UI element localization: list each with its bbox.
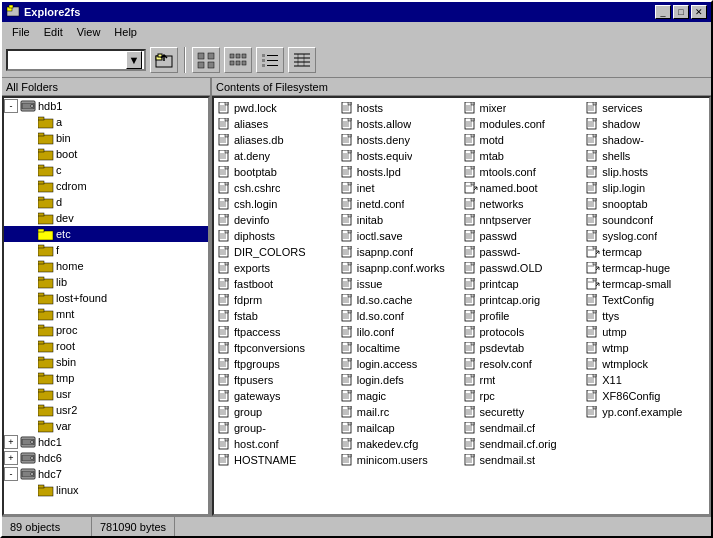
file-item[interactable]: slip.hosts — [584, 164, 707, 180]
file-item[interactable]: DIR_COLORS — [216, 244, 339, 260]
file-item[interactable]: host.conf — [216, 436, 339, 452]
file-item[interactable]: resolv.conf — [462, 356, 585, 372]
tree-item-proc[interactable]: proc — [4, 322, 208, 338]
file-item[interactable]: hosts.deny — [339, 132, 462, 148]
file-item[interactable]: ttys — [584, 308, 707, 324]
file-item[interactable]: named.boot — [462, 180, 585, 196]
file-item[interactable]: HOSTNAME — [216, 452, 339, 468]
tree-item-etc[interactable]: etc — [4, 226, 208, 242]
tree-item-hdc6[interactable]: + hdc6 — [4, 450, 208, 466]
file-item[interactable]: protocols — [462, 324, 585, 340]
tree-item-hdc1[interactable]: + hdc1 — [4, 434, 208, 450]
file-item[interactable]: rpc — [462, 388, 585, 404]
file-item[interactable]: securetty — [462, 404, 585, 420]
file-item[interactable]: shells — [584, 148, 707, 164]
combo-dropdown-button[interactable]: ▼ — [126, 51, 142, 69]
file-item[interactable]: csh.cshrc — [216, 180, 339, 196]
file-item[interactable]: modules.conf — [462, 116, 585, 132]
file-item[interactable]: passwd — [462, 228, 585, 244]
tree-item-lib[interactable]: lib — [4, 274, 208, 290]
file-item[interactable]: ftpgroups — [216, 356, 339, 372]
file-item[interactable]: gateways — [216, 388, 339, 404]
folder-up-button[interactable] — [150, 47, 178, 73]
file-item[interactable]: passwd.OLD — [462, 260, 585, 276]
large-icons-button[interactable] — [192, 47, 220, 73]
file-item[interactable]: printcap.orig — [462, 292, 585, 308]
file-item[interactable]: bootptab — [216, 164, 339, 180]
file-item[interactable]: login.access — [339, 356, 462, 372]
tree-item-lost+found[interactable]: lost+found — [4, 290, 208, 306]
file-item[interactable]: TextConfig — [584, 292, 707, 308]
file-item[interactable]: isapnp.conf — [339, 244, 462, 260]
file-item[interactable]: sendmail.st — [462, 452, 585, 468]
file-item[interactable]: motd — [462, 132, 585, 148]
file-item[interactable]: aliases — [216, 116, 339, 132]
expand-icon[interactable]: + — [4, 451, 18, 465]
tree-item-d[interactable]: d — [4, 194, 208, 210]
list-button[interactable] — [256, 47, 284, 73]
file-item[interactable]: termcap-huge — [584, 260, 707, 276]
file-item[interactable]: soundconf — [584, 212, 707, 228]
menu-item-help[interactable]: Help — [108, 25, 143, 39]
file-item[interactable]: inet — [339, 180, 462, 196]
file-item[interactable]: nntpserver — [462, 212, 585, 228]
file-item[interactable]: printcap — [462, 276, 585, 292]
file-item[interactable]: ld.so.conf — [339, 308, 462, 324]
file-item[interactable]: hosts.lpd — [339, 164, 462, 180]
file-item[interactable]: hosts.equiv — [339, 148, 462, 164]
expand-icon[interactable]: - — [4, 99, 18, 113]
maximize-button[interactable]: □ — [673, 5, 689, 19]
tree-item-mnt[interactable]: mnt — [4, 306, 208, 322]
detail-button[interactable] — [288, 47, 316, 73]
file-item[interactable]: yp.conf.example — [584, 404, 707, 420]
file-item[interactable]: aliases.db — [216, 132, 339, 148]
file-item[interactable]: slip.login — [584, 180, 707, 196]
file-item[interactable]: minicom.users — [339, 452, 462, 468]
file-item[interactable]: sendmail.cf — [462, 420, 585, 436]
file-item[interactable]: mailcap — [339, 420, 462, 436]
file-item[interactable]: at.deny — [216, 148, 339, 164]
file-item[interactable]: group — [216, 404, 339, 420]
tree-item-usr2[interactable]: usr2 — [4, 402, 208, 418]
menu-item-file[interactable]: File — [6, 25, 36, 39]
close-button[interactable]: ✕ — [691, 5, 707, 19]
file-item[interactable]: termcap — [584, 244, 707, 260]
file-item[interactable]: ftpusers — [216, 372, 339, 388]
file-item[interactable]: csh.login — [216, 196, 339, 212]
file-item[interactable]: snooptab — [584, 196, 707, 212]
file-item[interactable]: lilo.conf — [339, 324, 462, 340]
file-item[interactable]: wtmp — [584, 340, 707, 356]
tree-item-sbin[interactable]: sbin — [4, 354, 208, 370]
tree-item-boot[interactable]: boot — [4, 146, 208, 162]
file-item[interactable]: services — [584, 100, 707, 116]
expand-icon[interactable]: + — [4, 435, 18, 449]
tree-item-home[interactable]: home — [4, 258, 208, 274]
tree-item-hdc7[interactable]: - hdc7 — [4, 466, 208, 482]
file-item[interactable]: inetd.conf — [339, 196, 462, 212]
minimize-button[interactable]: _ — [655, 5, 671, 19]
file-item[interactable]: mtab — [462, 148, 585, 164]
menu-item-edit[interactable]: Edit — [38, 25, 69, 39]
file-item[interactable]: utmp — [584, 324, 707, 340]
path-combo[interactable]: ▼ — [6, 49, 146, 71]
small-icons-button[interactable] — [224, 47, 252, 73]
file-item[interactable]: sendmail.cf.orig — [462, 436, 585, 452]
file-item[interactable]: mixer — [462, 100, 585, 116]
tree-item-bin[interactable]: bin — [4, 130, 208, 146]
file-item[interactable]: XF86Config — [584, 388, 707, 404]
tree-item-c[interactable]: c — [4, 162, 208, 178]
folder-tree[interactable]: - hdb1 a bin boot c cdrom d dev — [2, 96, 210, 516]
file-item[interactable]: X11 — [584, 372, 707, 388]
tree-item-a[interactable]: a — [4, 114, 208, 130]
tree-item-root[interactable]: root — [4, 338, 208, 354]
file-item[interactable]: magic — [339, 388, 462, 404]
file-grid[interactable]: pwd.lock hosts mixer services aliases — [212, 96, 711, 516]
file-item[interactable]: syslog.conf — [584, 228, 707, 244]
file-item[interactable]: shadow — [584, 116, 707, 132]
file-item[interactable]: hosts — [339, 100, 462, 116]
file-item[interactable]: mtools.conf — [462, 164, 585, 180]
expand-icon[interactable]: - — [4, 467, 18, 481]
file-item[interactable]: ftpconversions — [216, 340, 339, 356]
file-item[interactable]: ld.so.cache — [339, 292, 462, 308]
file-item[interactable]: fdprm — [216, 292, 339, 308]
